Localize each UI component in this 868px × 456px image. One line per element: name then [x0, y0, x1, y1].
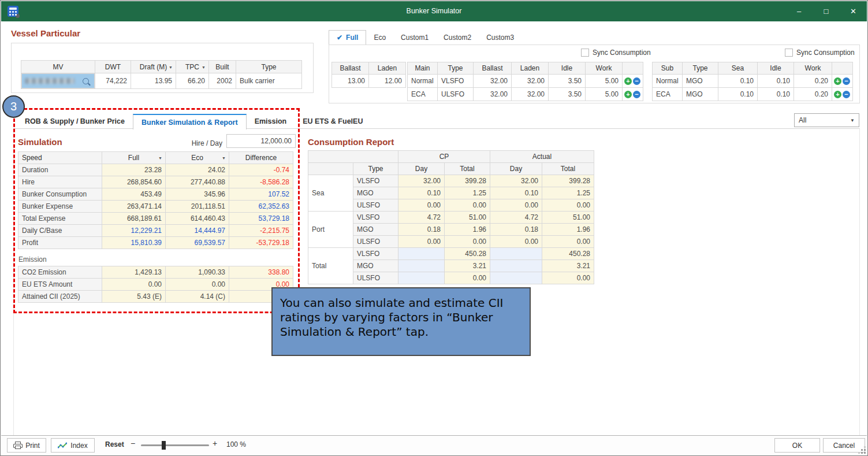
report-tabs: ROB & Supply / Bunker Price Bunker Simul…: [17, 114, 371, 129]
col-dwt: DWT: [95, 61, 131, 73]
vessel-header-row: MV DWT Draft (M)▼ TPC▼ Built Type: [21, 61, 302, 73]
main-cons-row: ECA ULSFO 32.00 32.00 3.50 5.00 +−: [408, 88, 643, 101]
vessel-tpc[interactable]: 66.20: [176, 73, 209, 89]
zoom-percentage: 100 %: [226, 440, 246, 448]
chevron-down-icon[interactable]: ▼: [158, 156, 162, 160]
zoom-slider-handle[interactable]: [162, 441, 166, 450]
speed-laden[interactable]: 12.00: [369, 75, 406, 88]
vessel-type[interactable]: Bulk carrier: [236, 73, 302, 89]
vessel-name-cell[interactable]: [21, 73, 95, 88]
remove-row-icon[interactable]: −: [843, 91, 850, 98]
index-chart-icon: [58, 442, 67, 450]
emission-sublabel: Emission: [18, 255, 47, 264]
bottom-toolbar: Print Index Reset − + 100 % OK Cancel: [1, 435, 867, 455]
step-3-badge: 3: [2, 95, 25, 118]
emission-row: CO2 Emission1,429.131,090.33338.80: [18, 266, 293, 279]
zoom-out-button[interactable]: −: [131, 439, 135, 448]
sim-row: Bunker Consumption453.49345.96107.52: [18, 188, 293, 201]
sim-row: Hire268,854.60277,440.88-8,586.28: [18, 176, 293, 188]
sim-row: Profit15,810.3969,539.57-53,729.18: [18, 237, 293, 249]
title-bar: Bunker Simulator – □ ✕: [1, 1, 867, 21]
col-mv: MV: [21, 61, 95, 73]
minimize-button[interactable]: –: [785, 1, 813, 21]
remove-row-icon[interactable]: −: [633, 91, 640, 98]
chevron-down-icon[interactable]: ▼: [169, 65, 173, 69]
ok-button[interactable]: OK: [774, 438, 820, 453]
print-button[interactable]: Print: [7, 438, 46, 453]
add-row-icon[interactable]: +: [834, 91, 841, 98]
cii-tooltip: You can also simulate and estimate CII r…: [271, 287, 531, 356]
main-cons-row: Normal VLSFO 32.00 32.00 3.50 5.00 +−: [408, 75, 643, 88]
sync-consumption-main[interactable]: Sync Consumption: [581, 49, 651, 57]
emission-table: CO2 Emission1,429.131,090.33338.80 EU ET…: [18, 266, 293, 303]
sync-consumption-sub[interactable]: Sync Consumption: [785, 49, 855, 57]
remove-row-icon[interactable]: −: [633, 77, 640, 85]
tab-bunker-simulation-report[interactable]: Bunker Simulation & Report: [133, 114, 247, 129]
emission-row: EU ETS Amount0.000.000.00: [18, 279, 293, 291]
zoom-slider[interactable]: [141, 444, 209, 446]
speed-table: Ballast Laden 13.00 12.00: [331, 62, 406, 88]
col-laden: Laden: [369, 62, 406, 75]
cancel-button[interactable]: Cancel: [823, 438, 865, 453]
tab-custom2[interactable]: Custom2: [436, 30, 479, 45]
sim-row: Bunker Expense263,471.14201,118.5162,352…: [18, 201, 293, 213]
cp-group-header: CP: [398, 151, 490, 163]
sub-cons-row: ECA MGO 0.10 0.10 0.20 +−: [653, 88, 853, 101]
tab-rob-supply-bunker-price[interactable]: ROB & Supply / Bunker Price: [17, 114, 133, 129]
window-title: Bunker Simulator: [1, 1, 867, 21]
zoom-in-button[interactable]: +: [213, 439, 217, 448]
tab-eco[interactable]: Eco: [366, 30, 393, 45]
chevron-down-icon[interactable]: ▼: [202, 65, 206, 69]
tab-eu-ets-fueleu[interactable]: EU ETS & FuelEU: [295, 114, 371, 129]
filter-dropdown[interactable]: All ▼: [794, 113, 859, 127]
sim-row: Duration23.2824.02-0.74: [18, 164, 293, 176]
speed-ballast[interactable]: 13.00: [332, 75, 369, 88]
tab-custom1[interactable]: Custom1: [393, 30, 436, 45]
col-built: Built: [209, 61, 236, 73]
tab-emission[interactable]: Emission: [247, 114, 295, 129]
hire-day-input[interactable]: [226, 134, 296, 148]
col-tpc: TPC▼: [176, 61, 209, 73]
consumption-report-heading: Consumption Report: [308, 137, 394, 147]
check-icon: ✔: [337, 34, 342, 42]
close-button[interactable]: ✕: [840, 1, 867, 21]
sim-row: Total Expense668,189.61614,460.4353,729.…: [18, 213, 293, 225]
chevron-down-icon[interactable]: ▼: [222, 156, 226, 160]
sim-row: Daily C/Base12,229.2114,444.97-2,215.75: [18, 225, 293, 237]
vessel-row: 74,222 13.95 66.20 2002 Bulk carrier: [21, 73, 302, 89]
vessel-name-redacted: [25, 78, 74, 84]
checkbox[interactable]: [581, 49, 589, 57]
remove-row-icon[interactable]: −: [843, 77, 850, 85]
col-ballast: Ballast: [332, 62, 369, 75]
cons-row: TotalVLSFO450.28450.28: [308, 248, 594, 260]
sub-cons-row: Normal MGO 0.10 0.10 0.20 +−: [653, 75, 853, 88]
add-row-icon[interactable]: +: [624, 91, 632, 98]
search-icon[interactable]: [83, 78, 89, 84]
cons-row: PortVLSFO4.7251.004.7251.00: [308, 212, 594, 224]
cons-row: SeaVLSFO32.00399.2832.00399.28: [308, 175, 594, 187]
hire-day-label: Hire / Day: [174, 139, 222, 147]
col-draft: Draft (M)▼: [131, 61, 176, 73]
main-consumption-table: MainType BallastLaden IdleWork Normal VL…: [407, 62, 643, 101]
vessel-dwt[interactable]: 74,222: [95, 73, 131, 89]
resize-grip[interactable]: [864, 452, 866, 454]
printer-icon: [13, 442, 22, 449]
index-button[interactable]: Index: [51, 438, 95, 453]
vessel-built[interactable]: 2002: [209, 73, 236, 89]
add-row-icon[interactable]: +: [624, 77, 632, 85]
checkbox[interactable]: [785, 49, 793, 57]
fuel-mode-tabs: ✔Full Eco Custom1 Custom2 Custom3: [329, 30, 521, 45]
simulation-heading: Simulation: [18, 137, 62, 147]
consumption-report-table: CP Actual Type Day Total Day Total SeaVL…: [308, 150, 594, 284]
sub-consumption-table: SubType SeaIdle Work Normal MGO 0.10 0.1…: [652, 62, 853, 101]
vessel-particular-heading: Vessel Particular: [11, 28, 80, 38]
bunker-simulator-window: Bunker Simulator – □ ✕ Vessel Particular…: [0, 0, 868, 456]
reset-label[interactable]: Reset: [105, 440, 124, 448]
tab-custom3[interactable]: Custom3: [479, 30, 521, 45]
maximize-button[interactable]: □: [813, 1, 840, 21]
vessel-draft[interactable]: 13.95: [131, 73, 176, 89]
vessel-table: MV DWT Draft (M)▼ TPC▼ Built Type 74,222…: [21, 60, 302, 89]
col-type: Type: [236, 61, 302, 73]
tab-full[interactable]: ✔Full: [329, 30, 366, 45]
add-row-icon[interactable]: +: [834, 77, 841, 85]
